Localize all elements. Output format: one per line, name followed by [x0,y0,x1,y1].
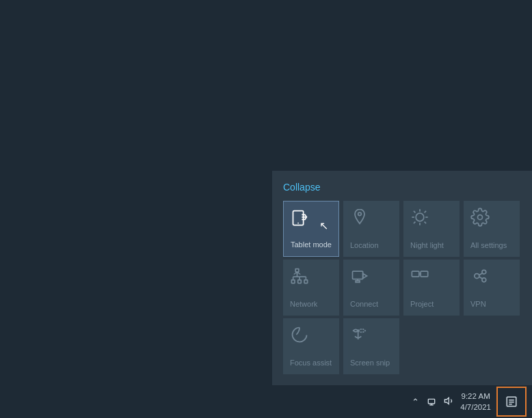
tile-network[interactable]: Network [283,260,339,316]
tile-label: Night light [410,241,444,250]
screen-snip-icon [350,325,369,347]
svg-point-29 [475,274,479,279]
tile-label: Location [350,241,379,250]
project-icon [410,266,429,288]
tile-label: Network [290,300,317,309]
notification-center-button[interactable] [496,387,527,417]
svg-line-9 [414,211,415,212]
settings-icon [470,208,490,229]
volume-icon[interactable] [444,395,455,408]
svg-rect-36 [429,399,435,404]
svg-rect-15 [291,280,295,283]
chevron-up-icon[interactable]: ⌃ [412,397,419,407]
tile-label: Project [410,300,434,309]
tile-project[interactable]: Project [403,260,460,316]
location-icon [350,208,369,229]
tile-vpn[interactable]: VPN [464,260,520,316]
svg-point-4 [416,213,424,221]
clock[interactable]: 9:22 AM 4/7/2021 [460,391,491,413]
svg-line-10 [425,222,426,223]
svg-rect-14 [295,269,299,273]
focus-assist-icon [290,325,309,347]
tile-focus-assist[interactable]: Focus assist [283,318,339,374]
svg-point-13 [478,215,483,220]
svg-rect-24 [356,281,360,282]
date-display: 4/7/2021 [460,402,491,413]
action-center: Collapse ↖ Tablet mode [272,171,532,385]
svg-line-12 [425,211,426,212]
tiles-grid: ↖ Tablet mode Location [283,201,521,374]
tablet-mode-icon: ↖ [291,208,310,230]
svg-line-32 [479,273,482,275]
time-display: 9:22 AM [462,391,490,402]
svg-point-30 [482,270,486,274]
network-tray-icon[interactable] [426,395,437,408]
svg-point-3 [358,212,362,216]
tile-label: All settings [470,241,507,250]
night-light-icon [410,208,429,229]
tile-label: Tablet mode [291,240,332,249]
svg-rect-23 [353,271,363,279]
svg-point-31 [482,278,486,282]
tile-label: Focus assist [290,359,332,367]
svg-rect-26 [412,271,419,277]
svg-marker-39 [445,398,449,404]
network-icon [290,266,309,288]
tray-icons: ⌃ [412,395,455,408]
tile-location[interactable]: Location [343,201,399,257]
taskbar: ⌃ 9:22 AM 4/7/2021 [0,385,532,418]
tile-label: Screen snip [350,359,390,367]
tile-connect[interactable]: Connect [343,260,399,316]
tile-night-light[interactable]: Night light [403,201,460,257]
connect-icon [350,266,369,288]
tile-tablet-mode[interactable]: ↖ Tablet mode [283,201,339,257]
svg-line-33 [479,277,482,279]
svg-line-11 [414,222,415,223]
tile-screen-snip[interactable]: Screen snip [343,318,399,374]
svg-rect-16 [298,280,302,283]
svg-rect-17 [304,280,308,283]
cursor-icon: ↖ [319,221,328,232]
tile-label: Connect [350,300,378,309]
svg-rect-27 [421,271,428,277]
collapse-button[interactable]: Collapse [283,182,521,193]
svg-point-1 [297,223,299,224]
tile-label: VPN [470,300,486,309]
vpn-icon [470,266,490,288]
tile-all-settings[interactable]: All settings [464,201,520,257]
